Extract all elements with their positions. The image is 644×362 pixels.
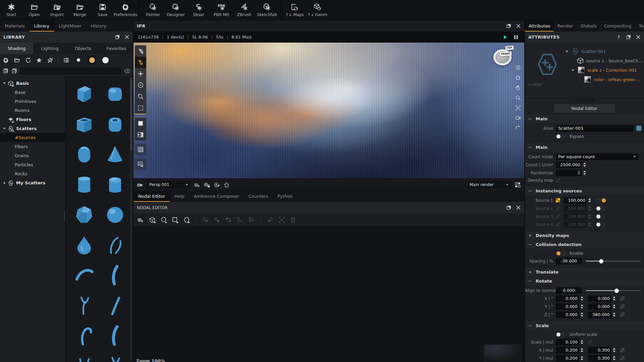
rotate-y-min-stepper[interactable]	[579, 304, 585, 309]
tab-shading[interactable]: Shading	[0, 43, 33, 54]
scale-y-min-stepper[interactable]	[579, 356, 585, 360]
tree-item-particles[interactable]: Particles	[0, 160, 65, 169]
scale-y-max-stepper[interactable]	[611, 356, 617, 360]
fill-display-tool[interactable]	[135, 118, 146, 129]
thumb-size-large-button[interactable]	[101, 56, 110, 64]
thumbnail-open-box[interactable]	[71, 110, 97, 139]
zbrush-button[interactable]: ZBrush	[233, 0, 256, 20]
thumbnail-sphere[interactable]	[102, 200, 128, 230]
source3-stepper[interactable]	[587, 214, 592, 219]
gizmo-top-tag[interactable]: TOP	[505, 46, 514, 50]
spacing-input[interactable]: -30.000	[556, 258, 582, 264]
tree-item-sources[interactable]: #Sources	[0, 133, 65, 142]
section-density-maps-header[interactable]: +Density maps	[525, 231, 644, 240]
scale-mul-input[interactable]: 0.100	[556, 339, 579, 346]
rotate-x-max-input[interactable]: 0.000	[588, 295, 611, 302]
move-tool[interactable]	[135, 68, 146, 79]
node-tree-source[interactable]: source 1 - Source_BoxCh...	[577, 56, 643, 65]
tab-objects[interactable]: Objects	[66, 43, 100, 54]
source2-input[interactable]: 100.000	[564, 205, 587, 212]
thumbnail-cone[interactable]	[102, 140, 128, 169]
restore-icon[interactable]	[506, 205, 511, 210]
view-gizmo[interactable]: TOP FRONT	[493, 47, 515, 67]
tree-item-grains[interactable]: Grains	[0, 151, 65, 160]
open-button[interactable]: Open	[23, 0, 46, 20]
section-instancing-header[interactable]: −Instancing sources	[525, 186, 644, 195]
tab-render[interactable]: Render	[554, 20, 577, 32]
add-scatter-node-button[interactable]	[182, 215, 191, 225]
rotate-z-max-input[interactable]: 360.000	[588, 311, 611, 318]
tree-item-rocks[interactable]: Rocks	[0, 169, 65, 178]
thumbnail-fork[interactable]	[71, 291, 97, 320]
section-main-header[interactable]: −Main	[525, 114, 644, 123]
add-camera-node-button[interactable]	[136, 215, 146, 225]
zoom-region-tool[interactable]	[135, 91, 146, 102]
thumbnail-rounded-cube[interactable]	[102, 79, 128, 109]
rotate-z-map-swatch[interactable]	[620, 312, 625, 317]
source3-toggle[interactable]	[596, 214, 606, 219]
tree-item-fibers[interactable]: Fibers	[0, 142, 65, 151]
source2-map-swatch[interactable]	[556, 206, 560, 210]
close-icon[interactable]	[516, 205, 521, 210]
align-to-normal-slider[interactable]	[586, 287, 641, 294]
tab-history[interactable]: History	[86, 20, 111, 32]
preferences-button[interactable]: Preferences	[114, 0, 137, 20]
thumbnail-scrollbar[interactable]	[130, 77, 132, 361]
cleanup-graph-button[interactable]	[266, 215, 275, 225]
close-icon[interactable]	[636, 35, 641, 40]
randomize-input[interactable]: 1	[556, 170, 582, 176]
rotate-z-max-stepper[interactable]	[611, 312, 617, 317]
close-icon[interactable]	[516, 23, 521, 28]
pbr-mtl-button[interactable]: PPRPBR Mtl	[210, 0, 233, 20]
chevron-down-icon[interactable]	[2, 82, 7, 84]
nodal-editor-canvas[interactable]: Zoom 100%	[133, 226, 524, 362]
add-rect-node-button[interactable]	[170, 215, 180, 225]
thumbnail-polyhedron[interactable]	[71, 200, 97, 230]
scale-y-map-swatch[interactable]	[620, 356, 625, 360]
tab-globals[interactable]: Globals	[577, 20, 600, 32]
scale-x-map-swatch[interactable]	[620, 348, 625, 352]
sbsar-button[interactable]: Sbsar	[187, 0, 210, 20]
sketchfab-button[interactable]: Sketchfab	[256, 0, 278, 20]
restore-icon[interactable]	[115, 35, 120, 40]
spacing-slider[interactable]	[586, 258, 641, 264]
lock-camera-icon[interactable]	[204, 182, 210, 188]
thumbnail-capsule[interactable]	[71, 140, 97, 169]
rotate-y-min-input[interactable]: 0.000	[556, 303, 579, 310]
home-icon[interactable]	[515, 75, 521, 80]
scale-x-max-input[interactable]: 0.300	[588, 347, 611, 354]
rotate-y-max-input[interactable]: 0.000	[588, 303, 611, 310]
thumbnail-teardrop[interactable]	[71, 230, 97, 260]
source1-map-swatch[interactable]	[556, 198, 560, 202]
chevron-down-icon[interactable]	[571, 69, 575, 71]
source1-stepper[interactable]	[587, 198, 592, 202]
randomize-stepper[interactable]	[582, 171, 587, 175]
export-nodes-button[interactable]	[247, 215, 256, 225]
fit-graph-button[interactable]	[277, 215, 286, 225]
merge-button[interactable]: Merge	[68, 0, 91, 20]
geom-button[interactable]: ↑↓ Geom	[306, 0, 329, 20]
select-lock-tool[interactable]	[135, 45, 146, 57]
tab-counters[interactable]: Counters	[244, 191, 273, 202]
marquee-select-tool[interactable]	[135, 102, 146, 114]
rotate-z-min-stepper[interactable]	[579, 312, 585, 317]
thumbnail-sprout[interactable]	[102, 351, 128, 362]
folder-icon[interactable]	[14, 57, 20, 63]
collapse-all-icon[interactable]	[11, 68, 17, 74]
source4-input[interactable]: 100.000	[564, 221, 587, 228]
panel-splitter[interactable]	[525, 98, 644, 103]
camera-icon[interactable]	[515, 115, 521, 121]
thumbnail-rounded-open-box[interactable]	[102, 110, 128, 139]
help-icon[interactable]	[616, 35, 621, 40]
refresh-icon[interactable]	[25, 57, 31, 63]
scale-x-min-input[interactable]: 0.200	[556, 347, 579, 354]
camera-lock-icon[interactable]	[137, 182, 143, 188]
source3-input[interactable]: 100.000	[564, 213, 587, 220]
snapshot-button[interactable]	[135, 159, 146, 170]
add-camera-icon[interactable]	[194, 182, 201, 188]
rotate-x-min-input[interactable]: 0.000	[556, 295, 579, 302]
tab-nodal-editor[interactable]: Nodal Editor	[133, 191, 170, 202]
add-light-node-button[interactable]	[159, 215, 168, 225]
scale-map-swatch[interactable]	[588, 340, 592, 344]
pick-object-tool[interactable]	[135, 57, 146, 68]
